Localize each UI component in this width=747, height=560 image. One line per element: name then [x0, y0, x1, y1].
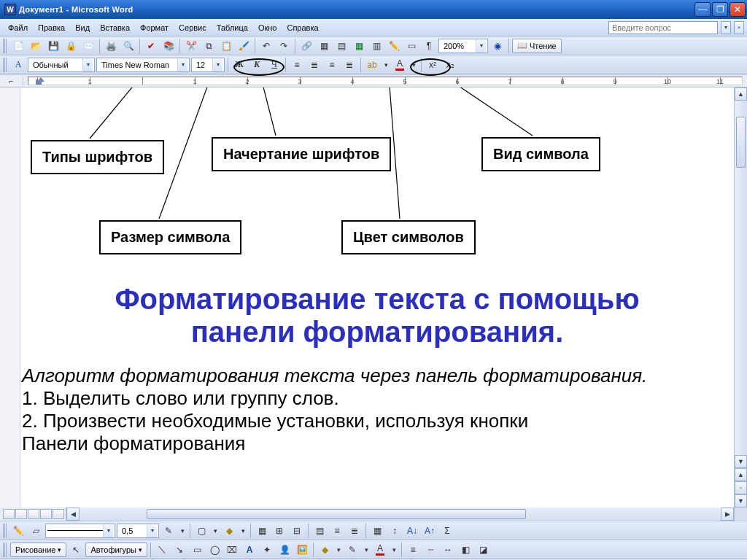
document-area[interactable]: Типы шрифтов Начертание шрифтов Вид симв… [20, 88, 734, 508]
wordart-button[interactable]: A [241, 542, 258, 558]
align-center-button[interactable]: ≣ [306, 57, 322, 73]
line-color-button[interactable]: ✎ [344, 542, 360, 558]
print-layout-view-button[interactable] [28, 509, 39, 519]
underline-button[interactable]: Ч [266, 57, 282, 73]
format-painter-button[interactable]: 🖌️ [236, 38, 252, 54]
arrow-style-button[interactable]: ↔ [440, 542, 456, 558]
vertical-ruler[interactable] [0, 88, 20, 508]
autoshapes-menu[interactable]: Автофигуры ▾ [85, 542, 147, 557]
email-button[interactable]: ✉️ [80, 38, 96, 54]
toolbar-grip-2[interactable] [3, 58, 7, 72]
redo-button[interactable]: ↷ [276, 38, 292, 54]
dash-style-button[interactable]: ┄ [422, 542, 438, 558]
tab-selector[interactable]: ⌐ [0, 75, 23, 87]
scroll-right-button[interactable]: ▶ [721, 508, 734, 521]
open-button[interactable]: 📂 [28, 38, 44, 54]
text-direction-button[interactable]: ↕ [387, 523, 403, 539]
line-style-combo[interactable]: ▾ [45, 524, 115, 538]
permission-button[interactable]: 🔒 [63, 38, 79, 54]
distribute-rows-button[interactable]: ≡ [329, 523, 345, 539]
drawing-menu[interactable]: Рисование ▾ [10, 542, 66, 557]
font-color-arrow-2[interactable]: ▾ [390, 542, 398, 558]
scroll-left-button[interactable]: ◀ [66, 508, 80, 521]
menu-format[interactable]: Формат [135, 22, 174, 34]
toolbar-grip[interactable] [3, 39, 7, 53]
menu-tools[interactable]: Сервис [174, 22, 212, 34]
help-close[interactable]: × [734, 21, 744, 34]
toolbar-grip-4[interactable] [3, 542, 7, 557]
fill-color-button[interactable]: ◆ [317, 542, 333, 558]
sort-desc-button[interactable]: A↑ [422, 523, 438, 539]
browse-prev-button[interactable]: ▲ [735, 468, 747, 481]
text-box-button[interactable]: ⌧ [224, 542, 240, 558]
shading-arrow[interactable]: ▾ [239, 523, 247, 539]
style-combo[interactable]: Обычный ▾ [28, 58, 95, 72]
zoom-combo[interactable]: 200% ▾ [438, 39, 488, 53]
bold-button[interactable]: Ж [231, 57, 247, 73]
menu-table[interactable]: Таблица [212, 22, 253, 34]
hscroll-thumb[interactable] [147, 509, 526, 519]
maximize-button[interactable]: ❐ [712, 2, 728, 17]
hyperlink-button[interactable]: 🔗 [298, 38, 314, 54]
merge-cells-button[interactable]: ⊞ [271, 523, 287, 539]
shading-color-button[interactable]: ◆ [221, 523, 237, 539]
browse-object-button[interactable]: ◦ [735, 481, 747, 494]
font-color-arrow[interactable]: ▾ [409, 57, 418, 73]
autosum-button[interactable]: Σ [439, 523, 455, 539]
font-color-button[interactable]: A [392, 57, 408, 73]
horizontal-ruler[interactable]: 21123456789101112 [28, 77, 743, 85]
line-weight-combo[interactable]: 0,5 ▾ [117, 524, 159, 538]
font-arrow[interactable]: ▾ [177, 58, 187, 71]
highlight-button[interactable]: ab [364, 57, 380, 73]
save-button[interactable]: 💾 [45, 38, 61, 54]
oval-button[interactable]: ◯ [206, 542, 222, 558]
superscript-button[interactable]: x² [425, 57, 441, 73]
print-button[interactable]: 🖨️ [103, 38, 119, 54]
3d-button[interactable]: ◪ [475, 542, 491, 558]
help-button[interactable]: ◉ [489, 38, 506, 54]
outline-view-button[interactable] [40, 509, 52, 519]
reading-layout-button[interactable]: 📖 Чтение [512, 39, 562, 53]
align-justify-button[interactable]: ≣ [341, 57, 357, 73]
tables-borders-button[interactable]: ▦ [316, 38, 332, 54]
diagram-button[interactable]: ✦ [259, 542, 275, 558]
reading-view-button[interactable] [53, 509, 64, 519]
fill-arrow[interactable]: ▾ [334, 542, 343, 558]
highlight-arrow[interactable]: ▾ [382, 57, 390, 73]
font-size-combo[interactable]: 12 ▾ [191, 58, 225, 72]
border-arrow[interactable]: ▾ [211, 523, 220, 539]
italic-button[interactable]: К [249, 57, 265, 73]
align-cells-button[interactable]: ▤ [311, 523, 328, 539]
subscript-button[interactable]: x₂ [442, 57, 458, 73]
show-para-button[interactable]: ¶ [421, 38, 437, 54]
pencil-color-arrow[interactable]: ▾ [178, 523, 187, 539]
pencil-color-button[interactable]: ✎ [160, 523, 177, 539]
excel-button[interactable]: ▦ [351, 38, 367, 54]
browse-next-button[interactable]: ▼ [735, 494, 747, 508]
sort-asc-button[interactable]: A↓ [404, 523, 420, 539]
align-left-button[interactable]: ≡ [289, 57, 305, 73]
line-color-arrow[interactable]: ▾ [362, 542, 371, 558]
menu-help[interactable]: Справка [282, 22, 323, 34]
styles-pane-button[interactable]: A [10, 57, 26, 73]
insert-table-button-2[interactable]: ▦ [254, 523, 270, 539]
undo-button[interactable]: ↶ [258, 38, 274, 54]
shadow-button[interactable]: ◧ [457, 542, 473, 558]
columns-button[interactable]: ▥ [368, 38, 384, 54]
paste-button[interactable]: 📋 [218, 38, 234, 54]
copy-button[interactable]: ⧉ [201, 38, 217, 54]
rectangle-button[interactable]: ▭ [189, 542, 205, 558]
question-input[interactable] [608, 21, 718, 34]
zoom-arrow[interactable]: ▾ [476, 39, 486, 52]
clipart-button[interactable]: 👤 [276, 542, 293, 558]
print-preview-button[interactable]: 🔍 [120, 38, 136, 54]
style-arrow[interactable]: ▾ [82, 58, 93, 71]
line-button[interactable]: ＼ [154, 542, 170, 558]
toolbar-grip-3[interactable] [3, 524, 7, 538]
font-color-button-2[interactable]: A [372, 542, 388, 558]
outside-border-button[interactable]: ▢ [193, 523, 209, 539]
drawing-button[interactable]: ✏️ [386, 38, 402, 54]
docmap-button[interactable]: ▭ [403, 38, 419, 54]
split-cells-button[interactable]: ⊟ [289, 523, 305, 539]
horizontal-scrollbar[interactable]: ◀ ▶ [66, 508, 747, 521]
